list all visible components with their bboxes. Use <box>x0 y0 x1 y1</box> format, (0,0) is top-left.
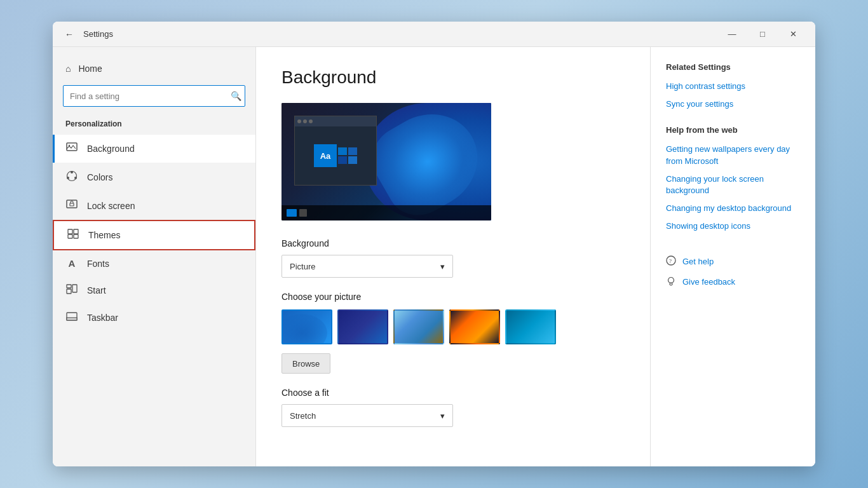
svg-point-19 <box>668 277 674 283</box>
sidebar-item-background[interactable]: Background <box>53 135 255 163</box>
svg-rect-16 <box>67 318 77 320</box>
window-controls: — □ ✕ <box>717 24 808 44</box>
picture-thumb-2[interactable] <box>337 309 388 344</box>
choose-picture-label: Choose your picture <box>281 292 625 302</box>
minimize-button[interactable]: — <box>717 24 747 44</box>
picture-thumb-4[interactable] <box>449 309 500 344</box>
give-feedback-action[interactable]: Give feedback <box>666 276 800 288</box>
picture-thumb-3[interactable] <box>393 309 444 344</box>
taskbar-icon <box>65 312 78 323</box>
fit-dropdown-chevron: ▾ <box>440 411 445 421</box>
preview-window: Aa <box>294 116 377 186</box>
home-label: Home <box>78 64 102 74</box>
get-help-icon: ? <box>666 255 676 268</box>
close-button[interactable]: ✕ <box>778 24 808 44</box>
help-link-desktop-icons[interactable]: Showing desktop icons <box>666 220 800 232</box>
sidebar-item-start[interactable]: Start <box>53 276 255 304</box>
sidebar-item-label-fonts: Fonts <box>87 259 109 269</box>
sidebar-item-label-colors: Colors <box>87 172 112 182</box>
picture-thumb-1[interactable] <box>281 309 332 344</box>
fit-dropdown-value: Stretch <box>290 411 316 421</box>
themes-icon <box>67 229 79 241</box>
sidebar-item-label-themes: Themes <box>88 230 121 240</box>
sidebar-item-label-start: Start <box>87 285 106 295</box>
related-settings-title: Related Settings <box>666 62 800 72</box>
background-dropdown-value: Picture <box>290 262 315 271</box>
fit-label: Choose a fit <box>281 388 625 398</box>
svg-rect-7 <box>70 203 74 206</box>
svg-rect-9 <box>74 229 78 234</box>
background-section-label: Background <box>281 238 625 248</box>
svg-point-1 <box>69 145 70 146</box>
svg-rect-10 <box>68 234 72 238</box>
main-content: Background Aa <box>256 47 650 466</box>
lock-screen-icon <box>65 200 78 212</box>
preview-taskbar <box>281 205 491 220</box>
svg-point-4 <box>74 177 77 179</box>
right-panel: Related Settings High contrast settings … <box>650 47 815 466</box>
settings-window: ← Settings — □ ✕ ⌂ Home 🔍 Personalizatio… <box>53 22 815 466</box>
sidebar-item-lock-screen[interactable]: Lock screen <box>53 192 255 220</box>
browse-button[interactable]: Browse <box>281 353 330 374</box>
svg-text:?: ? <box>669 258 672 264</box>
picture-grid <box>281 309 625 344</box>
svg-point-3 <box>71 171 73 173</box>
svg-rect-13 <box>67 289 71 294</box>
search-icon[interactable]: 🔍 <box>231 91 241 101</box>
give-feedback-icon <box>666 276 676 288</box>
sidebar-home[interactable]: ⌂ Home <box>53 57 255 80</box>
svg-rect-11 <box>74 234 78 238</box>
background-dropdown[interactable]: Picture ▾ <box>281 255 453 278</box>
content-area: ⌂ Home 🔍 Personalization Background Colo… <box>53 47 815 466</box>
svg-rect-14 <box>72 285 77 292</box>
help-link-desktop-bg[interactable]: Changing my desktop background <box>666 203 800 214</box>
sidebar-item-themes[interactable]: Themes <box>53 220 255 250</box>
back-button[interactable]: ← <box>60 25 78 43</box>
window-title: Settings <box>83 29 113 39</box>
preview-aa-icon: Aa <box>314 144 337 167</box>
svg-point-5 <box>67 177 69 179</box>
sidebar: ⌂ Home 🔍 Personalization Background Colo… <box>53 47 256 466</box>
page-title: Background <box>281 67 625 88</box>
fonts-icon: A <box>65 258 78 269</box>
sidebar-item-taskbar[interactable]: Taskbar <box>53 304 255 331</box>
background-icon <box>65 142 78 155</box>
get-help-label: Get help <box>682 257 714 266</box>
preview-titlebar <box>295 116 376 126</box>
search-input[interactable] <box>63 85 245 107</box>
svg-rect-12 <box>67 285 71 288</box>
maximize-button[interactable]: □ <box>748 24 777 44</box>
picture-thumb-5[interactable] <box>505 309 556 344</box>
sidebar-item-colors[interactable]: Colors <box>53 163 255 192</box>
background-preview: Aa <box>281 103 491 220</box>
sidebar-item-label-background: Background <box>87 144 135 154</box>
give-feedback-label: Give feedback <box>682 277 735 287</box>
sidebar-item-label-taskbar: Taskbar <box>87 313 118 323</box>
search-container: 🔍 <box>63 85 245 107</box>
sidebar-item-fonts[interactable]: A Fonts <box>53 250 255 276</box>
sidebar-item-label-lock: Lock screen <box>87 201 135 211</box>
get-help-action[interactable]: ? Get help <box>666 255 800 268</box>
home-icon: ⌂ <box>65 64 71 74</box>
help-link-lock-screen[interactable]: Changing your lock screen background <box>666 173 800 196</box>
help-from-web-title: Help from the web <box>666 125 800 135</box>
related-link-high-contrast[interactable]: High contrast settings <box>666 81 800 92</box>
fit-dropdown[interactable]: Stretch ▾ <box>281 404 453 427</box>
related-link-sync[interactable]: Sync your settings <box>666 98 800 110</box>
title-bar: ← Settings — □ ✕ <box>53 22 815 47</box>
sidebar-section-title: Personalization <box>53 117 255 135</box>
svg-rect-8 <box>68 229 72 234</box>
background-dropdown-chevron: ▾ <box>440 262 445 271</box>
help-actions: ? Get help Give feedback <box>666 245 800 288</box>
help-link-wallpapers[interactable]: Getting new wallpapers every day from Mi… <box>666 144 800 166</box>
start-icon <box>65 284 78 297</box>
colors-icon <box>65 170 78 184</box>
